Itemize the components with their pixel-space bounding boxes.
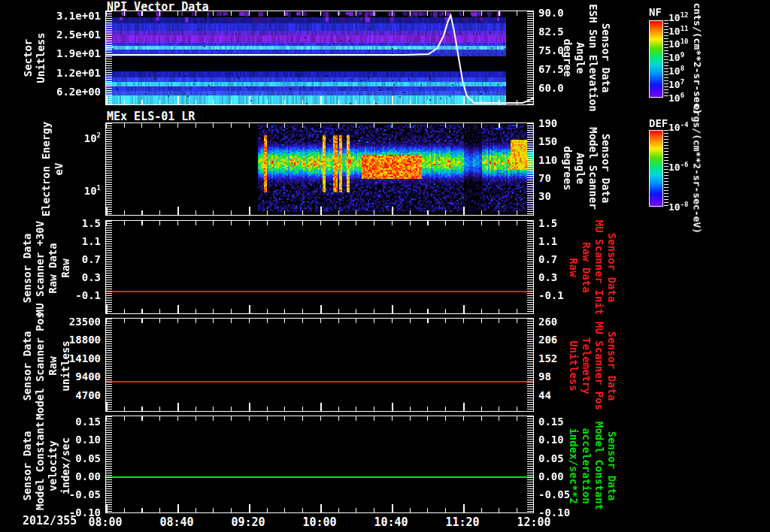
plot-viewer: NPI Vector Data MEx ELS-01 LR 3.1e+012.5…: [0, 0, 770, 532]
y2-tick-label: 82.5: [538, 26, 564, 37]
y-tick-label: 102: [84, 130, 101, 144]
y2-axis-title-panel5: Sensor DataModel Constantaccelerationind…: [567, 422, 618, 510]
y-axis-title-panel5: Sensor DataModel Constantvelocityindex/s…: [21, 422, 72, 510]
y-tick-label: 3.1e+01: [56, 11, 101, 21]
y2-tick-label: 44: [538, 390, 551, 401]
y2-tick-label: 30: [538, 191, 551, 201]
y2-tick-label: 0.3: [538, 272, 557, 283]
plot-area-panel1: [105, 11, 534, 105]
y-tick-label: 1.2e+01: [56, 68, 101, 78]
plot-area-panel4: [105, 318, 534, 412]
y2-tick-label: 67.5: [538, 64, 564, 74]
y-tick-label: 1.9e+01: [56, 48, 101, 59]
y2-tick-label: 0.00: [538, 471, 564, 482]
y-tick-label: 18800: [69, 334, 101, 345]
y-tick-label: 0.05: [75, 453, 101, 464]
y-tick-label: 1.5: [82, 218, 101, 228]
x-tick-label: 09:20: [231, 515, 265, 529]
y2-tick-label: 90.0: [538, 8, 564, 18]
y-tick-label: 0.3: [82, 272, 101, 283]
colorbar-nf-unit: cnts/(cm**2-sr-sec): [692, 3, 703, 115]
data-line-panel5: [106, 476, 533, 478]
x-tick-label: 10:00: [302, 515, 336, 529]
y2-axis-title-panel1: Sensor DataESH Sun ElevationAngledegree: [561, 4, 612, 111]
x-tick-label: 10:40: [374, 515, 408, 529]
y-tick-label: 0.15: [75, 416, 101, 427]
colorbar-tick-label: 10-8: [668, 200, 689, 212]
y-tick-label: 1.1: [82, 236, 101, 246]
y2-tick-label: 260: [538, 316, 557, 327]
plot-area-panel3: [105, 220, 534, 314]
plot-area-panel2: [105, 122, 534, 216]
colorbar-tick-label: 108: [668, 64, 684, 76]
data-line-panel3: [106, 291, 533, 292]
x-tick-label: 12:00: [517, 515, 550, 529]
plot-area-panel5: [105, 416, 534, 513]
y2-tick-label: 75.0: [538, 45, 564, 56]
y-tick-label: -0.05: [69, 489, 101, 500]
y-tick-label: 23500: [69, 316, 101, 327]
y-tick-label: -0.1: [75, 290, 101, 301]
colorbar-tick-label: 1010: [668, 37, 689, 49]
y2-tick-label: 152: [538, 353, 557, 364]
colorbar-tick-label: 10-6: [668, 160, 689, 172]
y2-tick-label: 0.05: [538, 453, 564, 464]
y-tick-label: 14100: [69, 353, 101, 364]
y2-tick-label: 190: [538, 118, 557, 128]
y-axis-title-panel3: Sensor DataMU Scanner +30VRaw DataRaw: [21, 221, 72, 316]
y2-tick-label: 60.0: [538, 83, 564, 93]
y2-axis-title-panel2: Sensor DataModel ScannerAngledegrees: [561, 127, 612, 210]
colorbar-tick-label: 1012: [668, 11, 689, 23]
y-tick-label: 0.10: [75, 434, 101, 445]
y2-tick-label: 98: [538, 371, 551, 382]
y-axis-title-panel4: Sensor DataModel Scanner PosRawunitless: [21, 312, 72, 419]
y2-tick-label: 0.10: [538, 434, 564, 445]
y2-tick-label: 0.7: [538, 254, 557, 264]
colorbar-def-gradient: [649, 130, 663, 207]
y2-tick-label: 206: [538, 334, 557, 345]
y-axis-title-panel2: Electron EnergyeV: [40, 122, 65, 216]
y-tick-label: 4700: [75, 390, 101, 401]
y2-tick-label: 110: [538, 155, 557, 165]
y2-tick-label: 70: [538, 173, 551, 183]
x-tick-label: 08:40: [159, 515, 193, 529]
x-tick-label: 08:00: [88, 515, 122, 529]
y-axis-title-panel1: SectorUnitless: [22, 32, 47, 83]
y-tick-label: 0.7: [82, 254, 101, 264]
y2-axis-title-panel4: Sensor DataMU Scanner PosTelemetryUnitle…: [567, 322, 618, 410]
x-tick-label: 11:20: [445, 515, 479, 529]
colorbar-tick-label: 106: [668, 91, 684, 103]
y-tick-label: 0.00: [75, 471, 101, 482]
y-tick-label: 9400: [75, 371, 101, 382]
x-axis-date-label: 2012/355: [23, 514, 77, 527]
y-tick-label: 2.5e+01: [56, 29, 101, 40]
colorbar-tick-label: 10-4: [668, 120, 689, 132]
y-tick-label: 101: [84, 183, 101, 196]
colorbar-nf-gradient: [649, 20, 663, 98]
y2-tick-label: -0.05: [538, 489, 570, 500]
y2-axis-title-panel3: Sensor DataMU Scanner InitRaw DataRaw: [567, 220, 618, 315]
data-line-panel4: [106, 381, 533, 382]
y2-tick-label: 150: [538, 136, 557, 147]
y2-tick-label: -0.1: [538, 290, 564, 301]
y-tick-label: 6.2e+00: [56, 86, 101, 97]
colorbar-tick-label: 109: [668, 50, 684, 62]
spectrogram-panel1: [106, 11, 533, 104]
panel2-title: MEx ELS-01 LR: [107, 110, 195, 123]
colorbar-def-title: DEF: [649, 117, 668, 129]
y2-tick-label: 1.5: [538, 218, 557, 228]
colorbar-def-unit: ergs/(cm**2-sr-sec-eV): [692, 104, 703, 234]
colorbar-tick-label: 107: [668, 77, 684, 89]
colorbar-tick-label: 1011: [668, 24, 689, 36]
spectrogram-panel2: [106, 123, 533, 215]
y2-tick-label: 1.1: [538, 236, 557, 246]
colorbar-nf-title: NF: [649, 6, 662, 18]
y2-tick-label: 0.15: [538, 416, 564, 427]
